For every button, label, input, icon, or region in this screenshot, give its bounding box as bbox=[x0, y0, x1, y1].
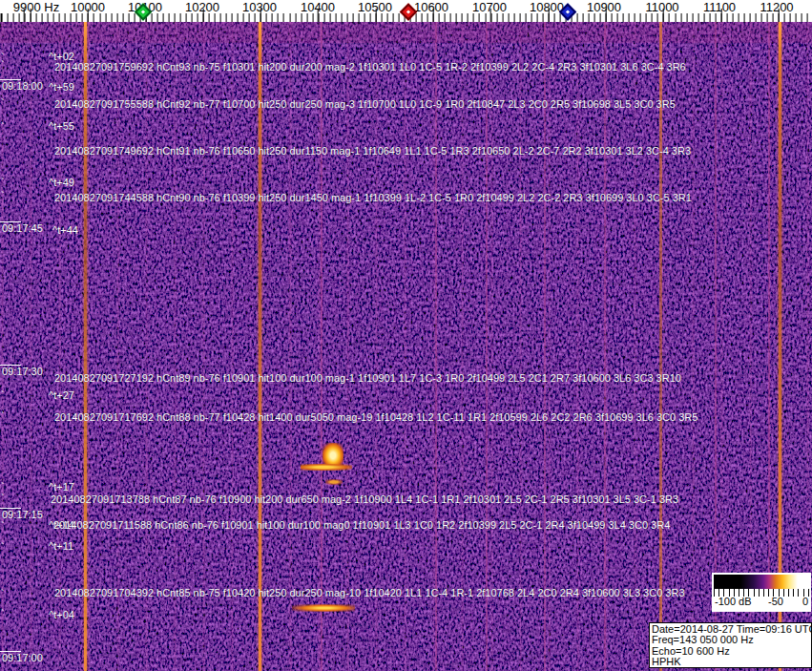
detection-log-line: 20140827091717692 hCnt88 nb-77 f10428 hi… bbox=[54, 411, 697, 423]
detection-log-line: 20140827091759692 hCnt93 nb-75 f10301 hi… bbox=[54, 61, 686, 73]
detection-log-line: 20140827091711588 hCnt86 nb-76 f10901 hi… bbox=[53, 519, 670, 531]
row-tick: ` bbox=[1, 121, 5, 133]
clock-label: 09:17:30 bbox=[2, 366, 43, 377]
row-tick: ` bbox=[1, 608, 5, 619]
row-tick: ` bbox=[1, 493, 5, 504]
frequency-ruler: 9900 Hz 10000 10100 10200 10300 10400 10… bbox=[0, 0, 812, 22]
row-tick: ` bbox=[1, 190, 5, 201]
meteor-echo-streak bbox=[292, 604, 355, 612]
detection-log-line: 20140827091727192 hCnt89 nb-76 f10901 hi… bbox=[54, 372, 681, 384]
ruler-label: 10000 bbox=[71, 0, 105, 14]
event-time-marker: ^t+04 bbox=[49, 609, 74, 620]
color-gradient-bar bbox=[714, 575, 809, 589]
ruler-label: 9900 Hz bbox=[13, 0, 59, 14]
row-tick: ` bbox=[1, 389, 5, 401]
detection-log-line: 20140827091749692 hCnt91 nb-76 f10650 hi… bbox=[54, 145, 691, 157]
event-time-marker: ^t+11 bbox=[49, 540, 73, 552]
event-time-marker: ^t+49 bbox=[49, 177, 74, 188]
event-time-marker: ^t+55 bbox=[49, 120, 74, 132]
row-tick: ` bbox=[1, 481, 5, 493]
meteor-echo-head bbox=[323, 443, 344, 466]
row-tick: ` bbox=[1, 177, 5, 188]
carrier-line-faint bbox=[604, 22, 606, 671]
carrier-line-faint bbox=[321, 22, 323, 671]
carrier-line-faint bbox=[435, 22, 437, 671]
detection-log-line: 20140827091744588 hCnt90 nb-76 f10399 hi… bbox=[54, 192, 692, 203]
event-time-marker: ^t+59 bbox=[49, 81, 74, 93]
station-info-box: Date=2014-08-27 Time=09:16 UTC Freq=143 … bbox=[649, 622, 812, 668]
event-time-marker: ^t+17 bbox=[49, 481, 74, 493]
detection-log-line: 20140827091755588 hCnt92 nb-77 f10700 hi… bbox=[54, 98, 676, 110]
spectrum-lab-window: 9900 Hz 10000 10100 10200 10300 10400 10… bbox=[0, 0, 812, 671]
amplitude-color-scale: -100 dB -50 0 bbox=[712, 573, 811, 612]
meteor-echo-trail bbox=[301, 464, 352, 471]
ruler-label: 10900 bbox=[587, 0, 621, 14]
carrier-line-faint bbox=[486, 22, 488, 671]
row-tick: ` bbox=[1, 410, 5, 422]
info-station-code: HPHK bbox=[652, 657, 811, 667]
row-tick: ` bbox=[1, 588, 5, 599]
ruler-label: 11000 bbox=[645, 0, 678, 14]
row-tick: ` bbox=[1, 97, 5, 109]
carrier-line-10300 bbox=[259, 22, 261, 671]
clock-label: 09:17:00 bbox=[2, 652, 43, 663]
detection-log-line: 20140827091713788 hCnt87 nb-76 f10900 hi… bbox=[51, 493, 678, 505]
clock-label: 09:17:15 bbox=[2, 509, 43, 520]
clock-label: 09:18:00 bbox=[2, 80, 43, 92]
spectrogram bbox=[0, 22, 812, 671]
row-tick: ` bbox=[1, 520, 5, 532]
50hz-harmonic-lines bbox=[0, 22, 812, 671]
row-tick: ` bbox=[1, 541, 5, 553]
carrier-line-10000 bbox=[84, 22, 87, 671]
ruler-label: 10500 bbox=[358, 0, 392, 14]
ruler-label: 10600 bbox=[414, 0, 448, 14]
db-label-max: 0 bbox=[802, 596, 808, 607]
ruler-label: 10200 bbox=[185, 0, 219, 14]
row-tick: ` bbox=[1, 59, 5, 71]
ruler-label: 10400 bbox=[301, 0, 335, 14]
carrier-line-faint bbox=[544, 22, 546, 671]
detection-log-line: 20140827091704392 hCnt85 nb-75 f10420 hi… bbox=[54, 587, 685, 598]
event-time-marker: ^t+27 bbox=[49, 389, 74, 401]
meteor-echo-dot bbox=[325, 479, 343, 485]
ruler-label: 11100 bbox=[703, 0, 736, 14]
ruler-label: 10300 bbox=[242, 0, 277, 14]
clock-label: 09:17:45 bbox=[2, 222, 43, 234]
event-time-marker: ^t+44 bbox=[52, 224, 78, 236]
db-label-mid: -50 bbox=[768, 596, 783, 607]
carrier-line-11000 bbox=[659, 22, 662, 671]
ruler-label: 11200 bbox=[760, 0, 793, 14]
ruler-label: 10700 bbox=[472, 0, 507, 14]
db-label-min: -100 dB bbox=[715, 596, 752, 607]
